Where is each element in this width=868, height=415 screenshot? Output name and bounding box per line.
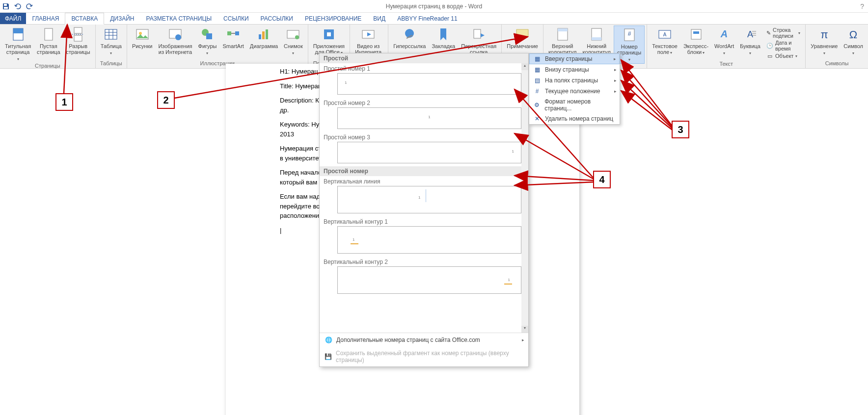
menu-format-numbers[interactable]: ⚙ Формат номеров страниц... [529, 97, 620, 113]
annotation-label: 3 [672, 121, 689, 138]
equation-label: Уравнение [811, 43, 838, 56]
gallery-item-vline[interactable]: 1 [337, 186, 521, 213]
apps-for-office-button[interactable]: Приложениядля Office [310, 26, 348, 56]
quickparts-button[interactable]: Экспресс-блоки [680, 26, 711, 56]
gallery-item-simple-3[interactable]: 1 [337, 142, 521, 163]
page-break-button[interactable]: Разрывстраницы [63, 26, 93, 56]
shapes-button[interactable]: Фигуры [195, 26, 220, 57]
tab-mailings[interactable]: РАССЫЛКИ [255, 13, 299, 24]
svg-text:A: A [747, 29, 753, 39]
annotation-2: 2 [157, 91, 175, 109]
gallery-more-online[interactable]: 🌐 Дополнительные номера страниц с сайта … [320, 333, 528, 347]
signature-line-button[interactable]: ✎ Строка подписи ▾ [765, 26, 801, 39]
group-tables-label: Таблицы [98, 60, 125, 67]
symbol-icon: Ω [845, 26, 861, 42]
tab-layout[interactable]: РАЗМЕТКА СТРАНИЦЫ [140, 13, 218, 24]
tab-insert[interactable]: ВСТАВКА [65, 13, 104, 25]
annotation-label: 4 [593, 171, 611, 188]
bookmark-label: Закладка [432, 43, 455, 49]
dropcap-button[interactable]: A Буквица [737, 26, 763, 57]
gallery-item-simple-2[interactable]: 1 [337, 107, 521, 129]
quickparts-icon [688, 26, 704, 42]
hyperlink-button[interactable]: Гиперссылка [390, 26, 429, 50]
tab-file[interactable]: ФАЙЛ [0, 13, 26, 24]
wordart-button[interactable]: A WordArt [711, 26, 737, 57]
object-icon: ▭ [766, 52, 773, 59]
tab-references[interactable]: ССЫЛКИ [217, 13, 254, 24]
page-number-gallery: Простой Простой номер 1 1 Простой номер … [319, 53, 529, 367]
online-video-button[interactable]: Видео изИнтернета [352, 26, 384, 56]
gallery-item-label: Вертикальный контур 2 [320, 257, 528, 266]
gallery-item-label: Вертикальная линия [320, 176, 528, 186]
svg-rect-15 [235, 31, 239, 35]
gallery-section-simple-number: Простой номер [320, 166, 528, 176]
object-button[interactable]: ▭ Объект ▾ [765, 52, 801, 60]
save-icon[interactable] [2, 2, 10, 10]
scroll-down-button[interactable]: ▾ [521, 326, 528, 333]
crossref-button[interactable]: Перекрестнаяссылка [458, 26, 499, 56]
hyperlink-icon [402, 26, 417, 42]
online-pictures-button[interactable]: Изображенияиз Интернета [155, 26, 195, 56]
shapes-icon [199, 26, 215, 42]
svg-rect-34 [693, 31, 699, 34]
page-margins-icon: ▤ [533, 77, 541, 84]
bookmark-button[interactable]: Закладка [429, 26, 458, 50]
svg-text:A: A [720, 28, 728, 39]
gallery-scrollbar[interactable]: ▴ ▾ [521, 63, 528, 333]
menu-current-position[interactable]: # Текущее положение ▸ [529, 86, 620, 97]
menu-bottom-of-page[interactable]: ▦ Внизу страницы ▸ [529, 64, 620, 75]
tab-finereader[interactable]: ABBYY FineReader 11 [391, 13, 463, 24]
blank-page-button[interactable]: Пустаястраница [34, 26, 63, 56]
smartart-button[interactable]: SmartArt [219, 26, 246, 50]
gallery-item-label: Простой номер 2 [320, 98, 528, 107]
gallery-section-simple: Простой [320, 53, 528, 63]
page-number-menu: ▦ Вверху страницы ▸ ▦ Внизу страницы ▸ ▤… [529, 53, 620, 125]
symbol-button[interactable]: Ω Символ [841, 26, 866, 57]
chevron-right-icon: ▸ [614, 67, 617, 72]
svg-rect-26 [558, 28, 568, 31]
help-icon[interactable]: ? [860, 2, 864, 10]
textbox-button[interactable]: A Текстовоеполе [649, 26, 680, 56]
symbol-label: Символ [843, 43, 863, 56]
gallery-item-vcontour-1[interactable]: 1 [337, 226, 521, 254]
redo-icon[interactable] [26, 2, 33, 10]
textbox-icon: A [657, 26, 673, 42]
pictures-button[interactable]: Рисунки [129, 26, 156, 50]
tab-view[interactable]: ВИД [367, 13, 391, 24]
gallery-item-simple-1[interactable]: 1 [337, 73, 521, 95]
tab-home[interactable]: ГЛАВНАЯ [26, 13, 65, 24]
wordart-icon: A [716, 26, 732, 42]
chart-button[interactable]: Диаграмма [247, 26, 281, 50]
svg-point-20 [295, 35, 299, 39]
comment-button[interactable]: Примечание [504, 26, 541, 50]
menu-page-margins[interactable]: ▤ На полях страницы ▸ [529, 75, 620, 86]
date-time-label: Дата и время [775, 40, 800, 52]
menu-remove-numbers[interactable]: ✕ Удалить номера страниц [529, 113, 620, 124]
equation-button[interactable]: π Уравнение [808, 26, 841, 57]
doc-line: расположение [280, 212, 323, 219]
cover-page-button[interactable]: Титульнаястраница [2, 26, 34, 63]
page-number-label: Номерстраницы [617, 44, 641, 62]
menu-label: На полях страницы [545, 77, 598, 84]
undo-icon[interactable] [14, 2, 22, 10]
dropcap-icon: A [742, 26, 758, 42]
gallery-item-label: Простой номер 1 [320, 63, 528, 73]
bookmark-icon [435, 26, 451, 42]
menu-top-of-page[interactable]: ▦ Вверху страницы ▸ [529, 53, 620, 64]
doc-line: Нумерация стр [280, 145, 325, 152]
doc-line: в университет [280, 155, 322, 162]
annotation-label: 2 [157, 91, 175, 109]
shapes-label: Фигуры [198, 43, 217, 56]
svg-rect-33 [691, 29, 701, 39]
date-time-icon: 🕒 [766, 42, 773, 49]
table-button[interactable]: Таблица [98, 26, 125, 57]
date-time-button[interactable]: 🕒 Дата и время [765, 39, 801, 52]
scroll-up-button[interactable]: ▴ [521, 63, 528, 70]
tab-review[interactable]: РЕЦЕНЗИРОВАНИЕ [299, 13, 367, 24]
gallery-item-vcontour-2[interactable]: 1 [337, 266, 521, 294]
screenshot-button[interactable]: Снимок [281, 26, 306, 57]
chevron-right-icon: ▸ [614, 78, 617, 83]
tab-design[interactable]: ДИЗАЙН [104, 13, 140, 24]
office-online-icon: 🌐 [325, 336, 332, 344]
format-numbers-icon: ⚙ [533, 101, 541, 109]
